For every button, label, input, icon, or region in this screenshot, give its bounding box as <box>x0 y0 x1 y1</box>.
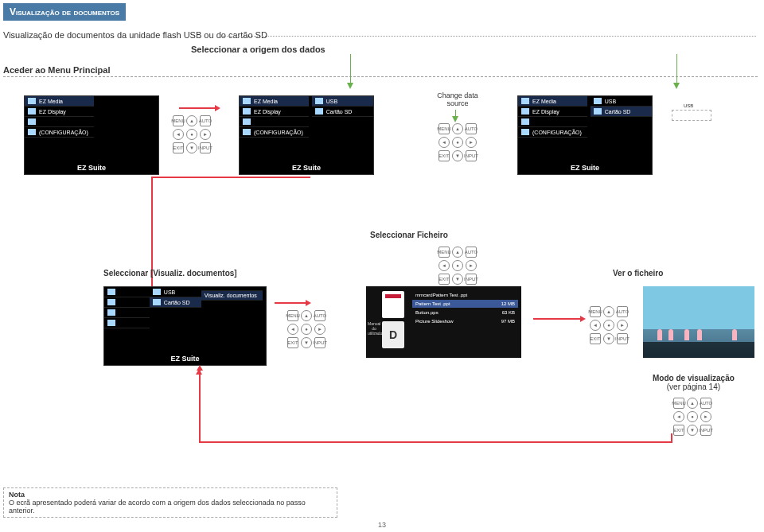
menu-label: Cartão SD <box>326 109 353 115</box>
input-button[interactable]: INPUT <box>466 150 477 161</box>
down-button[interactable]: ▼ <box>301 337 312 348</box>
up-button[interactable]: ▲ <box>603 306 614 317</box>
remote-keypad[interactable]: MENU ▲ AUTO ◄ ● ► EXIT ▼ INPUT <box>172 115 212 153</box>
up-button[interactable]: ▲ <box>301 310 312 321</box>
file-name: mmcardPattern Test .ppt <box>415 293 467 297</box>
remote-keypad[interactable]: MENU ▲ AUTO ◄ ● ► EXIT ▼ INPUT <box>672 398 712 436</box>
input-button[interactable]: INPUT <box>314 337 325 348</box>
usb-highlight-box: USB <box>672 110 711 121</box>
menu-label: (CONFIGURAÇÃO) <box>254 130 303 135</box>
down-button[interactable]: ▼ <box>603 333 614 344</box>
flamingo-shape <box>732 329 737 340</box>
input-button[interactable]: INPUT <box>466 274 477 285</box>
down-button[interactable]: ▼ <box>452 150 463 161</box>
red-connector <box>199 441 672 443</box>
menu-label: USB <box>326 99 337 104</box>
select-file-label: Seleccionar Ficheiro <box>370 231 448 239</box>
menu-button[interactable]: MENU <box>673 398 684 409</box>
left-button[interactable]: ◄ <box>590 320 601 331</box>
menu-label: EZ Display <box>39 109 66 115</box>
remote-keypad[interactable]: MENU ▲ AUTO ◄ ● ► EXIT ▼ INPUT <box>286 310 326 348</box>
menu-item <box>240 117 309 127</box>
exit-button[interactable]: EXIT <box>590 333 601 344</box>
file-size: 12 MB <box>501 301 515 306</box>
media-icon <box>243 98 251 104</box>
menu-label: (CONFIGURAÇÃO) <box>532 130 582 135</box>
menu-item <box>518 117 587 127</box>
left-button[interactable]: ◄ <box>173 129 184 140</box>
down-button[interactable]: ▼ <box>452 274 463 285</box>
icon <box>521 118 529 125</box>
left-button[interactable]: ◄ <box>439 260 450 271</box>
exit-button[interactable]: EXIT <box>287 337 298 348</box>
dotted-line <box>223 36 756 37</box>
media-icon <box>521 98 529 104</box>
red-arrowhead-icon <box>196 369 202 375</box>
enter-button[interactable]: ● <box>603 320 614 331</box>
input-button[interactable]: INPUT <box>200 142 211 153</box>
exit-button[interactable]: EXIT <box>439 150 450 161</box>
exit-button[interactable]: EXIT <box>173 142 184 153</box>
enter-button[interactable]: ● <box>186 129 197 140</box>
right-button[interactable]: ► <box>200 129 211 140</box>
menu-button[interactable]: MENU <box>439 247 450 258</box>
right-button[interactable]: ► <box>314 324 325 335</box>
enter-button[interactable]: ● <box>452 260 463 271</box>
right-button[interactable]: ► <box>466 260 477 271</box>
up-button[interactable]: ▲ <box>452 123 463 134</box>
remote-keypad[interactable]: MENU ▲ AUTO ◄ ● ► EXIT ▼ INPUT <box>438 123 477 161</box>
up-button[interactable]: ▲ <box>452 247 463 258</box>
menu-item: EZ Display <box>25 107 94 117</box>
menu-label: (CONFIGURAÇÃO) <box>39 130 88 135</box>
menu-button[interactable]: MENU <box>173 115 184 126</box>
menu-item: EZ Display <box>518 107 587 117</box>
sd-icon <box>153 299 161 305</box>
right-button[interactable]: ► <box>617 320 628 331</box>
subtitle: Visualização de documentos da unidade fl… <box>3 30 764 40</box>
auto-button[interactable]: AUTO <box>466 123 477 134</box>
menu-item: USB <box>150 287 201 297</box>
menu-button[interactable]: MENU <box>439 123 450 134</box>
left-button[interactable]: ◄ <box>673 411 684 422</box>
auto-button[interactable]: AUTO <box>314 310 325 321</box>
note-box: Nota O ecrã apresentado poderá variar de… <box>3 487 337 518</box>
enter-button[interactable]: ● <box>452 137 463 148</box>
up-button[interactable]: ▲ <box>687 398 698 409</box>
input-button[interactable]: INPUT <box>617 333 628 344</box>
menu-button[interactable]: MENU <box>287 310 298 321</box>
ez-footer: EZ Suite <box>104 355 266 363</box>
usb-label: USB <box>684 103 693 108</box>
file-row: mmcardPattern Test .ppt <box>412 291 518 299</box>
auto-button[interactable]: AUTO <box>700 398 711 409</box>
auto-button[interactable]: AUTO <box>466 247 477 258</box>
file-size: 63 KB <box>502 310 515 315</box>
right-button[interactable]: ► <box>466 137 477 148</box>
left-button[interactable]: ◄ <box>287 324 298 335</box>
mode-ref: (ver página 14) <box>667 382 720 391</box>
up-button[interactable]: ▲ <box>186 115 197 126</box>
down-button[interactable]: ▼ <box>186 142 197 153</box>
enter-button[interactable]: ● <box>687 411 698 422</box>
note-text: O ecrã apresentado poderá variar de acor… <box>9 499 332 515</box>
down-button[interactable]: ▼ <box>687 425 698 436</box>
right-button[interactable]: ► <box>700 411 711 422</box>
menu-label: Cartão SD <box>605 109 631 115</box>
auto-button[interactable]: AUTO <box>200 115 211 126</box>
auto-button[interactable]: AUTO <box>617 306 628 317</box>
menu-item <box>25 117 94 127</box>
enter-button[interactable]: ● <box>301 324 312 335</box>
green-arrow-icon <box>673 83 680 89</box>
left-button[interactable]: ◄ <box>439 137 450 148</box>
file-size: 97 MB <box>501 319 515 324</box>
document-icon <box>382 291 404 318</box>
menu-label: EZ Media <box>39 99 63 104</box>
input-button[interactable]: INPUT <box>700 425 711 436</box>
red-arrow-icon <box>275 302 306 304</box>
red-arrow-icon <box>179 107 216 109</box>
ez-footer: EZ Suite <box>518 164 652 172</box>
exit-button[interactable]: EXIT <box>673 425 684 436</box>
exit-button[interactable]: EXIT <box>439 274 450 285</box>
remote-keypad[interactable]: MENU ▲ AUTO ◄ ● ► EXIT ▼ INPUT <box>589 306 629 344</box>
remote-keypad[interactable]: MENU ▲ AUTO ◄ ● ► EXIT ▼ INPUT <box>438 247 477 285</box>
menu-button[interactable]: MENU <box>590 306 601 317</box>
